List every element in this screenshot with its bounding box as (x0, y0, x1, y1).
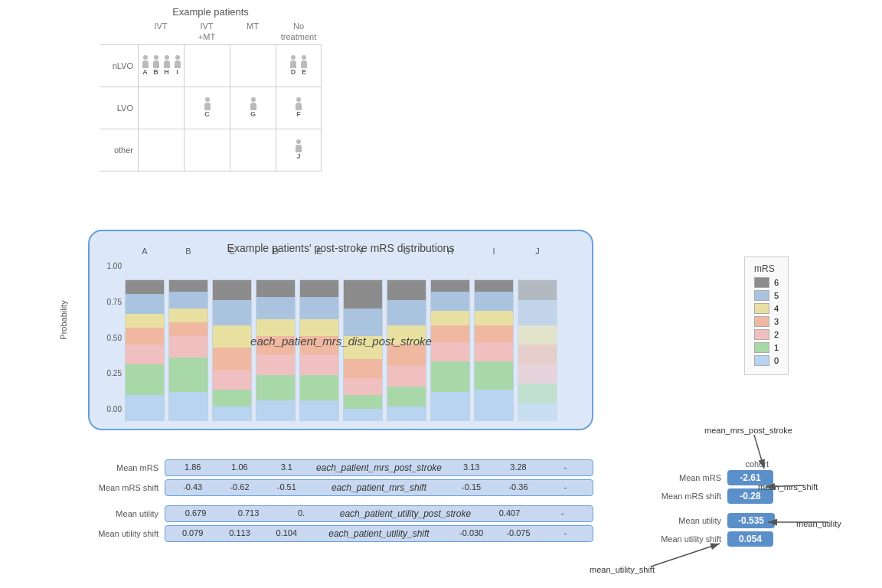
mean-utility-label: Mean utility (88, 509, 165, 518)
mean-mrs-values: 1.86 1.06 3.1 each_patient_mrs_post_stro… (165, 459, 593, 476)
col-header-mt: MT (230, 21, 276, 43)
patient-F: F (294, 97, 303, 118)
bar-G (387, 279, 426, 421)
patient-B: B (152, 55, 161, 76)
y-axis-title: Probability (59, 300, 68, 339)
cell-other-ivtmt (184, 129, 230, 171)
bar-col-E: E (299, 247, 339, 256)
cohort-mean-mrs-shift-label: Mean mRS shift (635, 492, 727, 501)
bar-col-D: D (256, 247, 296, 256)
annotation-mean-mrs-post-stroke: mean_mrs_post_stroke (704, 426, 792, 435)
patient-grid: nLVO A B H I (100, 44, 322, 172)
legend-color-1 (754, 342, 769, 353)
ushift-val-H: -0.030 (449, 528, 494, 539)
y-label-50: 0.50 (97, 334, 122, 342)
cohort-mean-mrs-row: Mean mRS -2.61 (635, 470, 775, 485)
patient-H: H (162, 55, 172, 76)
legend-item-5: 5 (754, 290, 779, 301)
cell-lvo-ivtmt: C (184, 87, 230, 129)
bar-I (474, 279, 514, 421)
mean-utility-shift-values: 0.079 0.113 0.104 each_patient_utility_s… (165, 525, 593, 542)
legend: mRS 6 5 4 3 2 1 0 (744, 256, 789, 375)
cohort-mean-utility-row: Mean utility -0.535 (635, 513, 775, 528)
bar-F (343, 279, 383, 421)
shift-overlay: each_patient_mrs_shift (311, 482, 447, 493)
cohort-stats: cohort Mean mRS -2.61 Mean mRS shift -0.… (635, 459, 775, 550)
mean-utility-shift-label: Mean utility shift (88, 529, 165, 538)
cohort-mean-utility-shift-label: Mean utility shift (635, 534, 727, 544)
cell-lvo-notreat: F (276, 87, 322, 129)
example-patients-section: Example patients IVT IVT+MT MT Notreatme… (100, 6, 322, 172)
legend-item-0: 0 (754, 355, 779, 366)
bar-B (168, 279, 208, 421)
cohort-mean-utility-label: Mean utility (635, 516, 727, 525)
bar-col-G: G (387, 247, 426, 256)
cohort-mean-utility-value: -0.535 (727, 513, 775, 528)
bar-H (430, 279, 470, 421)
bar-col-B: B (168, 247, 208, 256)
bar-D (256, 279, 296, 421)
col-header-notreat: Notreatment (276, 21, 322, 43)
bar-col-F: F (343, 247, 383, 256)
mrs-val-I: 3.28 (495, 462, 541, 473)
mean-mrs-shift-values: -0.43 -0.62 -0.51 each_patient_mrs_shift… (165, 479, 593, 496)
mean-mrs-label: Mean mRS (88, 463, 165, 472)
legend-label-1: 1 (774, 343, 779, 352)
cell-nlvo-ivt: A B H I (138, 45, 184, 87)
row-label-lvo: LVO (100, 87, 138, 129)
patient-A: A (141, 55, 150, 76)
legend-color-6 (754, 277, 769, 288)
y-label-25: 0.25 (97, 369, 122, 377)
utility-val-H: 0.407 (484, 508, 535, 519)
legend-label-4: 4 (774, 304, 779, 313)
bar-A (125, 279, 165, 421)
bar-col-J: J (518, 247, 557, 256)
bar-col-A: A (125, 247, 165, 256)
mrs-overlay: each_patient_mrs_post_stroke (311, 462, 447, 473)
mean-utility-values: 0.679 0.713 0. each_patient_utility_post… (165, 505, 593, 522)
row-lvo: LVO C G F (100, 87, 322, 129)
shift-val-C: -0.51 (264, 482, 309, 493)
col-header-ivt: IVT (138, 21, 184, 43)
legend-item-4: 4 (754, 303, 779, 314)
shift-val-I: -0.36 (495, 482, 541, 493)
bar-col-I: I (474, 247, 514, 256)
cohort-mean-utility-shift-value: 0.054 (727, 531, 773, 547)
legend-color-3 (754, 316, 769, 327)
mean-mrs-row: Mean mRS 1.86 1.06 3.1 each_patient_mrs_… (88, 459, 593, 476)
patient-J: J (294, 139, 303, 160)
cohort-mean-utility-shift-row: Mean utility shift 0.054 (635, 531, 775, 547)
legend-label-3: 3 (774, 317, 779, 326)
cell-other-mt (230, 129, 276, 171)
ushift-overlay: each_patient_utility_shift (311, 528, 447, 539)
annotation-mean-utility-shift: mean_utility_shift (590, 565, 655, 574)
legend-item-3: 3 (754, 316, 779, 327)
mean-utility-shift-row: Mean utility shift 0.079 0.113 0.104 eac… (88, 525, 593, 542)
mean-mrs-shift-row: Mean mRS shift -0.43 -0.62 -0.51 each_pa… (88, 479, 593, 496)
annotation-mean-utility: mean_utility (796, 519, 841, 528)
row-nlvo: nLVO A B H I (100, 44, 322, 87)
utility-val-J: - (537, 508, 588, 519)
legend-item-2: 2 (754, 329, 779, 340)
y-label-0: 0.00 (97, 405, 122, 413)
patient-I: I (173, 55, 182, 76)
legend-color-0 (754, 355, 769, 366)
cell-lvo-mt: G (230, 87, 276, 129)
legend-item-1: 1 (754, 342, 779, 353)
mean-mrs-shift-label: Mean mRS shift (88, 483, 165, 492)
bar-C (212, 279, 252, 421)
legend-title: mRS (754, 263, 779, 274)
patient-G: G (249, 97, 258, 118)
bar-J (518, 279, 557, 421)
cell-lvo-ivt (138, 87, 184, 129)
y-label-75: 0.75 (97, 298, 122, 306)
shift-val-A: -0.43 (170, 482, 215, 493)
patient-E: E (299, 55, 309, 76)
example-patients-title: Example patients (100, 6, 322, 18)
bar-col-H: H (430, 247, 470, 256)
row-label-other: other (100, 129, 138, 171)
legend-label-0: 0 (774, 356, 779, 365)
legend-label-6: 6 (774, 278, 779, 287)
legend-label-2: 2 (774, 330, 779, 339)
utility-overlay: each_patient_utility_post_stroke (328, 508, 482, 519)
